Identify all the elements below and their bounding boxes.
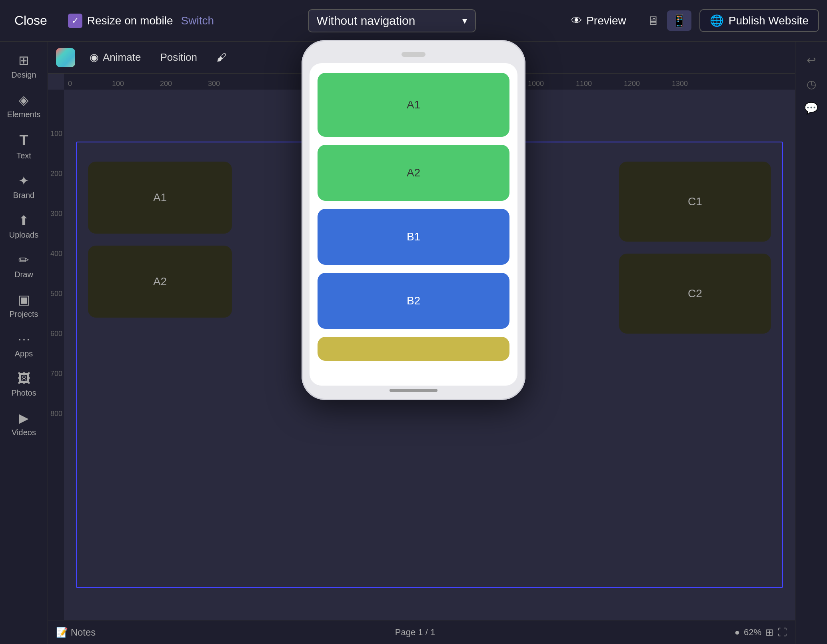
history-icon[interactable]: ◷ [799,72,823,96]
comment-icon[interactable]: 💬 [799,96,823,120]
mobile-preview-overlay: A1 A2 B1 B2 [302,40,525,400]
resize-mobile-label: Resize on mobile [87,14,173,27]
phone-notch [402,52,425,57]
eye-icon: 👁 [571,14,582,27]
sidebar-label-photos: Photos [11,388,36,398]
desktop-view-button[interactable]: 🖥 [642,11,664,31]
draw-icon: ✏ [18,252,29,268]
switch-label: Switch [181,14,214,27]
nav-dropdown[interactable]: Without navigation ▾ [308,9,476,32]
publish-button[interactable]: 🌐 Publish Website [699,9,819,32]
animate-icon: ◉ [90,51,99,64]
canvas-block-c2-label: C2 [688,287,702,300]
ruler-mark-1100: 1100 [576,80,592,88]
left-sidebar: ⊞ Design ◈ Elements T Text ✦ Brand ⬆ Upl… [0,42,48,644]
phone-block-b1[interactable]: B1 [318,209,509,265]
elements-icon: ◈ [19,92,29,108]
page-label: Page 1 / 1 [395,627,435,637]
ruler-mark-1200: 1200 [624,80,640,88]
canvas-block-c1-label: C1 [688,195,702,208]
sidebar-item-uploads[interactable]: ⬆ Uploads [4,208,44,244]
phone-block-a2-label: A2 [407,166,420,179]
sidebar-item-elements[interactable]: ◈ Elements [4,88,44,124]
sidebar-label-projects: Projects [9,310,38,319]
videos-icon: ▶ [19,410,29,426]
ruler-left: 100 200 300 400 500 600 700 800 [48,90,64,620]
view-toggle: 🖥 📱 [642,10,691,31]
page-indicator: Page 1 / 1 [395,627,435,638]
paintbrush-icon: 🖌 [216,51,227,64]
close-button[interactable]: Close [8,10,54,31]
ruler-mark-l400: 400 [50,250,62,258]
phone-block-b1-label: B1 [407,230,420,243]
notes-label: Notes [71,627,96,638]
ruler-mark-100: 100 [112,80,124,88]
ruler-mark-l200: 200 [50,170,62,178]
resize-mobile-toggle[interactable]: ✓ Resize on mobile Switch [62,10,220,31]
phone-block-c1[interactable] [318,337,509,361]
right-sidebar: ↩ ◷ 💬 [795,42,827,644]
sidebar-item-text[interactable]: T Text [4,127,44,165]
chevron-down-icon: ▾ [462,15,467,26]
phone-block-a2[interactable]: A2 [318,145,509,201]
design-icon: ⊞ [18,53,29,68]
zoom-icon: ● [735,627,740,638]
sidebar-item-apps[interactable]: ⋯ Apps [4,327,44,363]
notes-button[interactable]: 📝 Notes [56,627,96,638]
ruler-mark-200: 200 [160,80,172,88]
text-icon: T [20,132,28,149]
canvas-block-a2[interactable]: A2 [88,246,232,318]
canvas-block-c2[interactable]: C2 [619,254,771,334]
ruler-mark-l100: 100 [50,130,62,138]
canvas-block-a2-label: A2 [153,275,167,288]
style-button[interactable]: 🖌 [212,49,232,66]
ruler-mark-1300: 1300 [672,80,688,88]
toggle-checkbox-icon: ✓ [68,14,82,28]
projects-icon: ▣ [18,292,30,307]
ruler-mark-l500: 500 [50,290,62,298]
canvas-block-a1-label: A1 [153,191,167,204]
sidebar-label-brand: Brand [13,191,34,200]
grid-button[interactable]: ⊞ [765,627,773,638]
fullscreen-button[interactable]: ⛶ [777,627,787,638]
sidebar-label-videos: Videos [12,428,36,437]
sidebar-item-photos[interactable]: 🖼 Photos [4,366,44,402]
phone-block-a1[interactable]: A1 [318,73,509,137]
bottom-bar: 📝 Notes Page 1 / 1 ● 62% ⊞ ⛶ [48,620,795,644]
publish-label: Publish Website [729,14,809,27]
zoom-label: 62% [744,627,761,638]
canvas-block-a1[interactable]: A1 [88,162,232,234]
preview-label: Preview [586,14,626,27]
ruler-mark-1000: 1000 [528,80,544,88]
phone-block-b2[interactable]: B2 [318,273,509,329]
sidebar-item-projects[interactable]: ▣ Projects [4,287,44,324]
sidebar-item-design[interactable]: ⊞ Design [4,48,44,84]
sidebar-label-uploads: Uploads [9,230,38,240]
ruler-mark-l600: 600 [50,330,62,338]
sidebar-label-draw: Draw [14,270,33,279]
phone-frame: A1 A2 B1 B2 [302,40,525,400]
photos-icon: 🖼 [18,371,30,386]
undo-icon[interactable]: ↩ [799,48,823,72]
sidebar-item-videos[interactable]: ▶ Videos [4,406,44,442]
ruler-mark-0: 0 [68,80,72,88]
animate-button[interactable]: ◉ Animate [85,49,146,66]
ruler-mark-300: 300 [208,80,220,88]
sidebar-item-draw[interactable]: ✏ Draw [4,248,44,284]
canvas-block-c1[interactable]: C1 [619,162,771,242]
top-bar: Close ✓ Resize on mobile Switch Without … [0,0,827,42]
animate-label: Animate [103,51,141,64]
apps-icon: ⋯ [18,332,30,347]
mobile-view-button[interactable]: 📱 [667,10,691,31]
position-button[interactable]: Position [155,49,202,66]
notes-icon: 📝 [56,627,68,638]
sidebar-label-design: Design [11,70,36,80]
publish-icon: 🌐 [710,14,724,27]
sidebar-label-apps: Apps [15,349,33,358]
phone-home-bar [390,389,437,392]
preview-button[interactable]: 👁 Preview [563,11,634,30]
ruler-mark-l700: 700 [50,370,62,378]
sidebar-item-brand[interactable]: ✦ Brand [4,168,44,205]
zoom-info: ● 62% ⊞ ⛶ [735,627,787,638]
sidebar-label-elements: Elements [7,110,40,119]
